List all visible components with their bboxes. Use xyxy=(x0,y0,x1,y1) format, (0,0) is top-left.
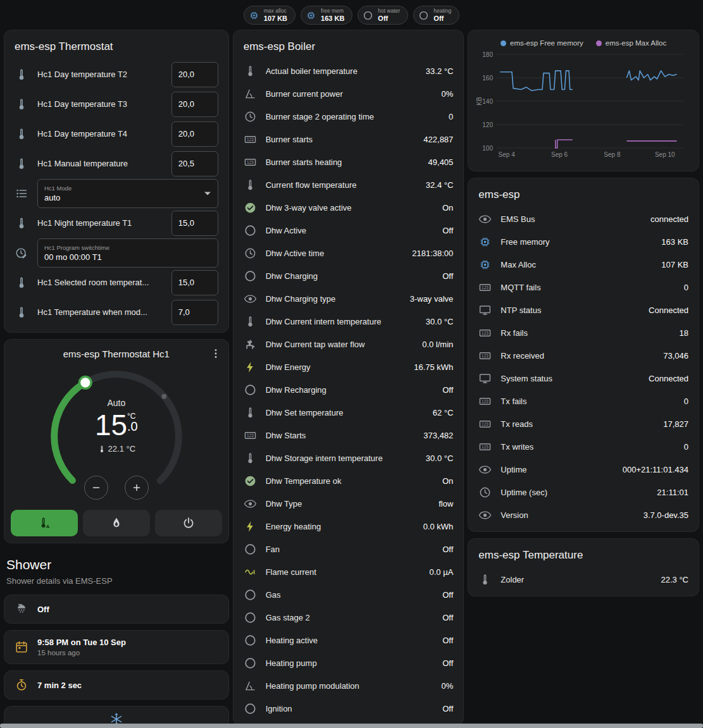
entity-row[interactable]: Dhw Storage intern temperature30.0 °C xyxy=(244,447,454,469)
entity-value: 73,046 xyxy=(663,351,688,361)
chevron-down-icon xyxy=(204,192,211,195)
entity-row[interactable]: Version3.7.0-dev.35 xyxy=(478,503,688,526)
target-temp-decimal: .0 xyxy=(127,420,138,433)
entity-row[interactable]: IgnitionOff xyxy=(244,697,454,720)
mode-select[interactable]: Hc1 Modeauto xyxy=(37,179,218,208)
entity-name: NTP status xyxy=(501,305,640,315)
entity-row[interactable]: Heating activeOff xyxy=(244,629,454,651)
entity-row[interactable]: NTP statusConnected xyxy=(478,299,688,321)
shower-icon xyxy=(15,602,28,616)
entity-row[interactable]: FanOff xyxy=(244,538,454,560)
entity-row[interactable]: Current flow temperature32.4 °C xyxy=(244,173,454,196)
svg-text:140: 140 xyxy=(483,98,494,105)
number-input[interactable]: 15,0 xyxy=(171,270,218,295)
entity-row[interactable]: Burner starts heating49,405 xyxy=(244,151,454,173)
shower-state-card[interactable]: Off xyxy=(4,595,229,624)
entity-row[interactable]: Burner current power0% xyxy=(244,82,454,105)
entity-row[interactable]: Max Alloc107 KB xyxy=(478,253,688,276)
entity-row[interactable]: EMS Busconnected xyxy=(478,207,688,230)
setting-row: Hc1 Modeauto xyxy=(15,178,218,208)
shower-last-time-card[interactable]: 9:58 PM on Tue 10 Sep 15 hours ago xyxy=(4,630,229,664)
number-input[interactable]: 20,5 xyxy=(171,151,218,176)
entity-row[interactable]: Tx writes0 xyxy=(478,435,688,458)
entity-value: Connected xyxy=(649,374,688,383)
entity-row[interactable]: Heating pump modulation0% xyxy=(244,674,454,697)
entity-row[interactable]: Tx reads17,827 xyxy=(478,412,688,435)
shower-duration-card[interactable]: 7 min 2 sec xyxy=(4,670,229,700)
number-input[interactable]: 20,0 xyxy=(171,62,218,87)
legend-item[interactable]: ems-esp Free memory xyxy=(501,39,583,47)
entity-row[interactable]: Free memory163 KB xyxy=(478,230,688,253)
entity-row[interactable]: Dhw Active time2181:38:00 xyxy=(244,242,454,264)
entity-row[interactable]: Dhw Temperature okOn xyxy=(244,469,454,492)
badge-max-alloc[interactable]: max alloc107 KB xyxy=(244,6,296,25)
entity-row[interactable]: Dhw ActiveOff xyxy=(244,219,454,242)
circle-icon xyxy=(244,657,257,670)
monitor-icon xyxy=(478,372,492,385)
temperature-card: ems-esp Temperature Zolder22.3 °C xyxy=(468,538,699,596)
more-options-button[interactable] xyxy=(209,347,222,362)
flash-icon xyxy=(244,361,257,374)
entity-row[interactable]: Gas stage 2Off xyxy=(244,606,454,629)
number-input[interactable]: 20,0 xyxy=(171,121,218,147)
entity-row[interactable]: System statusConnected xyxy=(478,367,688,390)
badge-heating[interactable]: heatingOff xyxy=(413,6,459,25)
number-input[interactable]: 20,0 xyxy=(171,92,218,117)
entity-name: Dhw Active time xyxy=(266,249,404,258)
calendar-icon xyxy=(15,640,28,654)
badge-value: 163 KB xyxy=(321,15,344,23)
entity-name: Dhw Set temperature xyxy=(266,408,424,417)
thermometer-icon xyxy=(244,65,257,78)
entity-row[interactable]: Actual boiler temperature33.2 °C xyxy=(244,59,454,82)
current-temperature: 22.1 °C xyxy=(97,444,136,453)
entity-name: Fan xyxy=(266,545,434,554)
chip-icon xyxy=(249,10,259,21)
badge-hot-water[interactable]: hot waterOff xyxy=(358,6,408,25)
entity-row[interactable]: Rx fails18 xyxy=(478,321,688,344)
increase-temp-button[interactable] xyxy=(125,476,149,500)
entity-row[interactable]: Burner stage 2 operating time0 xyxy=(244,105,454,128)
entity-row[interactable]: Dhw Charging type3-way valve xyxy=(244,287,454,310)
card-title: ems-esp Boiler xyxy=(244,38,454,59)
entity-value: 21:11:01 xyxy=(657,488,688,497)
hvac-mode-auto-button[interactable] xyxy=(11,510,78,536)
badge-free-mem[interactable]: free mem163 KB xyxy=(301,6,352,25)
entity-row[interactable]: Dhw ChargingOff xyxy=(244,264,454,287)
entity-row[interactable]: Dhw Starts373,482 xyxy=(244,424,454,447)
entity-row[interactable]: Dhw Typeflow xyxy=(244,492,454,515)
entity-row[interactable]: GasOff xyxy=(244,583,454,606)
entity-row[interactable]: Dhw Current tap water flow0.0 l/min xyxy=(244,333,454,355)
setting-row: Hc1 Day temperature T320,0 xyxy=(15,89,218,119)
text-input[interactable]: Hc1 Program switchtime00 mo 00:00 T1 xyxy=(37,238,218,268)
horizontal-scrollbar[interactable] xyxy=(0,724,703,728)
entity-row[interactable]: Dhw Current intern temperature30.0 °C xyxy=(244,310,454,333)
dashboard-columns: ems-esp Thermostat Hc1 Day temperature T… xyxy=(0,30,703,728)
list-icon xyxy=(15,187,28,201)
entity-row[interactable]: Tx fails0 xyxy=(478,390,688,412)
check-circle-icon xyxy=(244,201,257,214)
number-input[interactable]: 7,0 xyxy=(171,300,218,325)
hvac-mode-heat-button[interactable] xyxy=(83,510,150,536)
entity-row[interactable]: Heating pumpOff xyxy=(244,651,454,674)
entity-row[interactable]: Uptime (sec)21:11:01 xyxy=(478,481,688,503)
entity-row[interactable]: Flame current0.0 µA xyxy=(244,560,454,583)
emsesp-entity-list: EMS BusconnectedFree memory163 KBMax All… xyxy=(478,207,688,526)
entity-value: Off xyxy=(442,636,453,645)
entity-row[interactable]: Energy heating0.0 kWh xyxy=(244,515,454,538)
entity-row[interactable]: Dhw Set temperature62 °C xyxy=(244,401,454,424)
hvac-mode-off-button[interactable] xyxy=(155,510,222,536)
entity-row[interactable]: Rx received73,046 xyxy=(478,344,688,367)
decrease-temp-button[interactable] xyxy=(84,476,108,500)
number-input[interactable]: 15,0 xyxy=(171,211,218,236)
entity-row[interactable]: Dhw Energy16.75 kWh xyxy=(244,355,454,378)
entity-row[interactable]: Dhw RechargingOff xyxy=(244,378,454,401)
angle-icon xyxy=(244,87,257,101)
entity-row[interactable]: Dhw 3-way valve activeOn xyxy=(244,196,454,219)
clock-edit-icon xyxy=(15,246,28,260)
entity-row[interactable]: Burner starts422,887 xyxy=(244,128,454,151)
entity-row[interactable]: Uptime000+21:11:01.434 xyxy=(478,458,688,481)
legend-item[interactable]: ems-esp Max Alloc xyxy=(596,39,667,47)
entity-row[interactable]: MQTT fails0 xyxy=(478,276,688,299)
entity-row[interactable]: Zolder22.3 °C xyxy=(478,568,688,591)
entity-name: Ignition xyxy=(266,704,434,713)
